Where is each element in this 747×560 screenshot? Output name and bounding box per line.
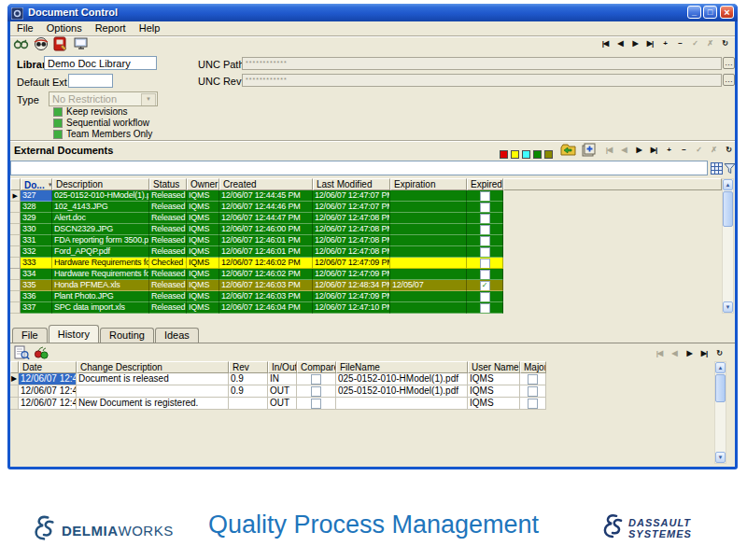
nav-delete-button[interactable]: − [677, 144, 690, 156]
table-row[interactable]: 331FDA reporting form 3500.pdfReleasedIQ… [10, 235, 503, 246]
checkbox[interactable] [53, 130, 63, 139]
nav-refresh-button[interactable]: ↻ [712, 347, 726, 359]
column-header-owner[interactable]: Owner [187, 178, 219, 190]
column-header-description[interactable]: Description [52, 178, 149, 190]
table-row[interactable]: 328102_4143.JPGReleasedIQMS12/06/07 12:4… [10, 202, 503, 213]
compare-checkbox[interactable] [311, 386, 321, 397]
nav-refresh-button[interactable]: ↻ [718, 37, 731, 49]
tab-history[interactable]: History [49, 325, 99, 343]
view-document-icon[interactable] [33, 36, 49, 51]
column-header-inout[interactable]: In/Out [268, 361, 297, 373]
unc-path-browse-button[interactable]: … [723, 57, 735, 69]
nav-last-button[interactable]: ▶| [643, 37, 656, 49]
unc-rev-path-browse-button[interactable]: … [723, 74, 735, 86]
checkbox[interactable] [53, 119, 63, 128]
table-row[interactable]: 334Hardware Requirements for LargRelease… [10, 269, 503, 280]
expired-checkbox[interactable]: ✓ [480, 281, 490, 291]
maximize-button[interactable]: □ [703, 6, 717, 19]
column-header-status[interactable]: Status [149, 178, 187, 190]
table-row[interactable]: ▶12/06/07 12:47...Document is released0.… [10, 373, 546, 385]
filter-input[interactable] [10, 161, 708, 175]
expired-checkbox[interactable] [480, 270, 490, 280]
expired-checkbox[interactable] [480, 191, 490, 202]
scroll-thumb[interactable] [715, 374, 726, 402]
table-row[interactable]: 337SPC data import.xlsReleasedIQMS12/06/… [10, 302, 503, 314]
nav-last-button[interactable]: ▶| [698, 347, 711, 359]
column-header-major[interactable]: Major [520, 361, 546, 373]
history-scrollbar[interactable]: ▲ ▼ [714, 361, 726, 464]
scroll-thumb[interactable] [723, 191, 733, 227]
scroll-up-icon[interactable]: ▲ [715, 362, 726, 373]
find-icon[interactable] [13, 36, 30, 51]
unc-path-field[interactable]: ************ [242, 57, 722, 70]
column-header-date[interactable]: Date [19, 361, 77, 373]
documents-scrollbar[interactable]: ▲ ▼ [722, 178, 734, 314]
legend-color-2[interactable] [522, 150, 530, 159]
expired-checkbox[interactable] [480, 236, 490, 246]
table-row[interactable]: ▶327025-0152-010-HModel(1).pdfReleasedIQ… [10, 190, 503, 202]
table-row[interactable]: 336Plant Photo.JPGReleasedIQMS12/06/07 1… [10, 291, 503, 302]
tab-file[interactable]: File [12, 328, 48, 343]
add-document-icon[interactable] [581, 142, 597, 161]
table-row[interactable]: 332Ford_APQP.pdfReleasedIQMS12/06/07 12:… [10, 246, 503, 258]
table-row[interactable]: 329Alert.docReleasedIQMS12/06/07 12:44:4… [10, 213, 503, 224]
table-row[interactable]: 335Honda PFMEA.xlsReleasedIQMS12/06/07 1… [10, 280, 503, 291]
column-header-username[interactable]: User Name [468, 361, 520, 373]
column-header-expired[interactable]: Expired [467, 178, 503, 190]
expired-checkbox[interactable] [480, 259, 490, 269]
compare-checkbox[interactable] [311, 399, 321, 409]
scroll-down-icon[interactable]: ▼ [723, 301, 733, 313]
column-header-compare[interactable]: Compare [297, 361, 336, 373]
library-input[interactable] [44, 56, 157, 70]
nav-insert-button[interactable]: + [662, 144, 675, 156]
scroll-down-icon[interactable]: ▼ [715, 452, 726, 463]
column-header-do[interactable]: Do...▼ [21, 178, 52, 190]
nav-next-button[interactable]: ▶ [632, 144, 645, 156]
checkbox[interactable] [53, 107, 63, 117]
table-row[interactable]: 330DSCN2329.JPGReleasedIQMS12/06/07 12:4… [10, 224, 503, 235]
menu-file[interactable]: File [10, 21, 40, 35]
tab-ideas[interactable]: Ideas [155, 328, 199, 343]
column-header-filename[interactable]: FileName [336, 361, 468, 373]
column-header-rev[interactable]: Rev [229, 361, 268, 373]
major-checkbox[interactable] [528, 386, 538, 397]
column-header-lastmodified[interactable]: Last Modified [313, 178, 390, 190]
nav-first-button[interactable]: |◀ [599, 37, 612, 49]
menu-options[interactable]: Options [40, 21, 89, 35]
nav-prior-button[interactable]: ◀ [613, 37, 627, 49]
grid-view-icon[interactable] [711, 161, 723, 178]
filter-funnel-icon[interactable] [724, 161, 735, 178]
report-icon[interactable] [52, 36, 69, 51]
column-header-expiration[interactable]: Expiration [390, 178, 467, 190]
expired-checkbox[interactable] [480, 225, 490, 235]
close-button[interactable]: × [720, 6, 734, 19]
minimize-button[interactable]: _ [687, 6, 701, 19]
legend-color-4[interactable] [544, 150, 553, 159]
screen-icon[interactable] [73, 36, 90, 51]
expired-checkbox[interactable] [480, 203, 490, 213]
major-checkbox[interactable] [528, 374, 538, 385]
scroll-up-icon[interactable]: ▲ [723, 179, 733, 190]
column-header-changedescription[interactable]: Change Description [77, 361, 229, 373]
legend-color-1[interactable] [511, 150, 519, 159]
expired-checkbox[interactable] [480, 247, 490, 258]
nav-refresh-button[interactable]: ↻ [722, 144, 735, 156]
compare-checkbox[interactable] [311, 374, 321, 385]
table-row[interactable]: 12/06/07 12:44...0.9OUT025-0152-010-HMod… [10, 385, 546, 398]
legend-color-3[interactable] [533, 150, 542, 159]
tab-routing[interactable]: Routing [100, 328, 154, 343]
nav-next-button[interactable]: ▶ [628, 37, 641, 49]
expired-checkbox[interactable] [480, 292, 490, 302]
nav-last-button[interactable]: ▶| [647, 144, 660, 156]
nav-next-button[interactable]: ▶ [683, 347, 696, 359]
column-header-created[interactable]: Created [219, 178, 313, 190]
table-row[interactable]: 12/06/07 12:44...New Document is registe… [10, 398, 546, 410]
major-checkbox[interactable] [528, 399, 538, 409]
expired-checkbox[interactable] [480, 214, 490, 224]
nav-delete-button[interactable]: − [673, 37, 686, 49]
unc-rev-path-field[interactable]: ************ [242, 74, 722, 87]
nav-insert-button[interactable]: + [658, 37, 671, 49]
title-bar[interactable]: Document Control _ □ × [7, 4, 738, 21]
expired-checkbox[interactable] [480, 303, 490, 314]
table-row[interactable]: 333Hardware Requirements for EnteChecked… [10, 258, 503, 269]
